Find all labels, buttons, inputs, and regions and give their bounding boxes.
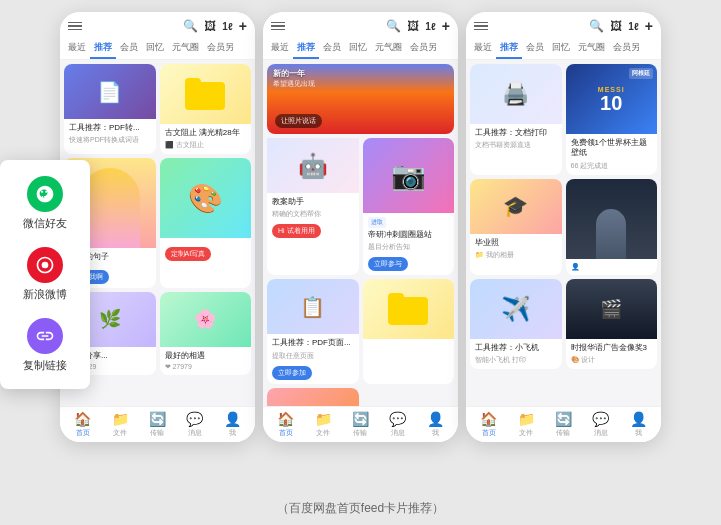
tab-recent-2[interactable]: 最近: [267, 38, 293, 59]
phone-3: 🔍 🖼 1ℓ + 最近 推荐 会员 回忆 元气圈 会员另 🖨️: [466, 12, 661, 442]
phone3-nav-tabs: 最近 推荐 会员 回忆 元气圈 会员另: [466, 38, 661, 60]
messi-title: 免费领1个世界杯主题壁纸: [571, 138, 653, 159]
ai-assist-btn[interactable]: Hi 试着用用: [272, 224, 321, 238]
bottom-transfer-2[interactable]: 🔄 传输: [352, 411, 369, 438]
card-print-tool[interactable]: 🖨️ 工具推荐：文档打印 文档书籍资源直送: [470, 64, 562, 175]
search-icon-3[interactable]: 🔍: [589, 19, 604, 33]
bottom-transfer-1[interactable]: 🔄 传输: [149, 411, 166, 438]
camera-btn[interactable]: 立即参与: [368, 257, 408, 271]
tab-vip-2[interactable]: 会员: [319, 38, 345, 59]
tab-vip2-1[interactable]: 会员另: [203, 38, 238, 59]
ad-sub: 🎨 设计: [571, 355, 653, 365]
tab-recommend-1[interactable]: 推荐: [90, 38, 116, 59]
svg-point-0: [42, 262, 49, 269]
bottom-file-1[interactable]: 📁 文件: [112, 411, 129, 438]
bottom-profile-1[interactable]: 👤 我: [224, 411, 241, 438]
phone2-bottom: 🏠 首页 📁 文件 🔄 传输 💬 消息 👤 我: [263, 406, 458, 442]
search-icon[interactable]: 🔍: [183, 19, 198, 33]
gallery-icon-2[interactable]: 🖼: [407, 19, 419, 33]
pdf-page-btn[interactable]: 立即参加: [272, 366, 312, 380]
ad-title: 时报华语广告金像奖3: [571, 343, 653, 353]
count-icon-2[interactable]: 1ℓ: [425, 21, 435, 32]
bottom-profile-2[interactable]: 👤 我: [427, 411, 444, 438]
card-sunset[interactable]: 新的一年 希望遇见出现 让照片说话: [267, 64, 454, 134]
card-gift[interactable]: 🌸 网盘保险箱限时花花 立即参加: [267, 388, 359, 406]
card-pdf-page[interactable]: 📋 工具推荐：PDF页面... 提取任意页面 立即参加: [267, 279, 359, 383]
menu-icon[interactable]: [68, 22, 82, 31]
main-container: 微信好友 新浪微博 复制链接: [0, 0, 721, 525]
print-title: 工具推荐：文档打印: [475, 128, 557, 138]
add-icon-2[interactable]: +: [442, 18, 450, 34]
camera-title: 帝研冲刺圆圈题站: [368, 230, 450, 240]
card-ai-assist[interactable]: 🤖 教案助手 精确的文档帮你 Hi 试着用用: [267, 138, 359, 275]
share-weibo[interactable]: 新浪微博: [0, 239, 90, 310]
bottom-file-3[interactable]: 📁 文件: [518, 411, 535, 438]
count-icon-3[interactable]: 1ℓ: [628, 21, 638, 32]
card-pdf-tool[interactable]: 📄 工具推荐：PDF转... 快速将PDF转换成词语: [64, 64, 156, 154]
tab-recent-1[interactable]: 最近: [64, 38, 90, 59]
bottom-msg-1[interactable]: 💬 消息: [186, 411, 203, 438]
bottom-transfer-3[interactable]: 🔄 传输: [555, 411, 572, 438]
pdf-tool-title: 工具推荐：PDF转...: [69, 123, 151, 133]
menu-icon-2[interactable]: [271, 22, 285, 31]
tab-circle-3[interactable]: 元气圈: [574, 38, 609, 59]
folder-sub: ⬛古文阻止: [165, 140, 247, 150]
ai-photo-btn[interactable]: 定制AI写真: [165, 247, 212, 261]
card-graduation[interactable]: 🎓 毕业照 📁 我的相册: [470, 179, 562, 275]
share-copy-link[interactable]: 复制链接: [0, 310, 90, 381]
camera-sub: 题目分析告知: [368, 242, 450, 252]
count-icon[interactable]: 1ℓ: [222, 21, 232, 32]
card-folder-1[interactable]: 古文阻止 满光精28年 ⬛古文阻止: [160, 64, 252, 154]
bottom-home-1[interactable]: 🏠 首页: [74, 411, 91, 438]
folder-title: 古文阻止 满光精28年: [165, 128, 247, 138]
grad-sub: 📁 我的相册: [475, 250, 557, 260]
card-ad-photo[interactable]: 🎬 时报华语广告金像奖3 🎨 设计: [566, 279, 658, 369]
phone3-header-icons: 🔍 🖼 1ℓ +: [589, 18, 653, 34]
tab-memory-1[interactable]: 回忆: [142, 38, 168, 59]
tab-recommend-3[interactable]: 推荐: [496, 38, 522, 59]
phone-2: 🔍 🖼 1ℓ + 最近 推荐 会员 回忆 元气圈 会员另: [263, 12, 458, 442]
tab-vip2-3[interactable]: 会员另: [609, 38, 644, 59]
phone2-content: 新的一年 希望遇见出现 让照片说话 🤖 教案助手 精确的文档帮你 Hi 试着用用: [263, 60, 458, 406]
phone2-header: 🔍 🖼 1ℓ +: [263, 12, 458, 38]
tab-vip2-2[interactable]: 会员另: [406, 38, 441, 59]
tab-circle-2[interactable]: 元气圈: [371, 38, 406, 59]
share-wechat[interactable]: 微信好友: [0, 168, 90, 239]
card-plane-tool[interactable]: ✈️ 工具推荐：小飞机 智能小飞机 打印: [470, 279, 562, 369]
phone1-header: 🔍 🖼 1ℓ +: [60, 12, 255, 38]
tab-recent-3[interactable]: 最近: [470, 38, 496, 59]
dark-photo-sub: 👤: [571, 263, 653, 271]
page-caption: （百度网盘首页feed卡片推荐）: [277, 494, 444, 525]
tab-vip-1[interactable]: 会员: [116, 38, 142, 59]
bottom-home-3[interactable]: 🏠 首页: [480, 411, 497, 438]
link-icon: [27, 318, 63, 354]
phone2-nav-tabs: 最近 推荐 会员 回忆 元气圈 会员另: [263, 38, 458, 60]
pdf-tool-sub: 快速将PDF转换成词语: [69, 135, 151, 145]
card-quote2[interactable]: 🌸 最好的相遇 ❤ 27979: [160, 292, 252, 375]
search-icon-2[interactable]: 🔍: [386, 19, 401, 33]
card-messi[interactable]: MESSI 10 阿根廷 免费领1个世界杯主题壁纸 66 起完成追: [566, 64, 658, 175]
tab-memory-2[interactable]: 回忆: [345, 38, 371, 59]
card-camera-quiz[interactable]: 📷 进取 帝研冲刺圆圈题站 题目分析告知 立即参与: [363, 138, 455, 275]
card-dark-photo[interactable]: 👤: [566, 179, 658, 275]
add-icon-3[interactable]: +: [645, 18, 653, 34]
pdf-page-sub: 提取任意页面: [272, 351, 354, 361]
add-icon[interactable]: +: [239, 18, 247, 34]
bottom-home-2[interactable]: 🏠 首页: [277, 411, 294, 438]
bottom-msg-2[interactable]: 💬 消息: [389, 411, 406, 438]
tab-memory-3[interactable]: 回忆: [548, 38, 574, 59]
gallery-icon[interactable]: 🖼: [204, 19, 216, 33]
gallery-icon-3[interactable]: 🖼: [610, 19, 622, 33]
tab-recommend-2[interactable]: 推荐: [293, 38, 319, 59]
wechat-icon: [27, 176, 63, 212]
menu-icon-3[interactable]: [474, 22, 488, 31]
quote2-title: 最好的相遇: [165, 351, 247, 361]
card-ai-photo[interactable]: 🎨 定制AI写真: [160, 158, 252, 287]
bottom-msg-3[interactable]: 💬 消息: [592, 411, 609, 438]
bottom-profile-3[interactable]: 👤 我: [630, 411, 647, 438]
tab-circle-1[interactable]: 元气圈: [168, 38, 203, 59]
card-folder-2[interactable]: [363, 279, 455, 383]
tab-vip-3[interactable]: 会员: [522, 38, 548, 59]
pdf-page-title: 工具推荐：PDF页面...: [272, 338, 354, 348]
bottom-file-2[interactable]: 📁 文件: [315, 411, 332, 438]
